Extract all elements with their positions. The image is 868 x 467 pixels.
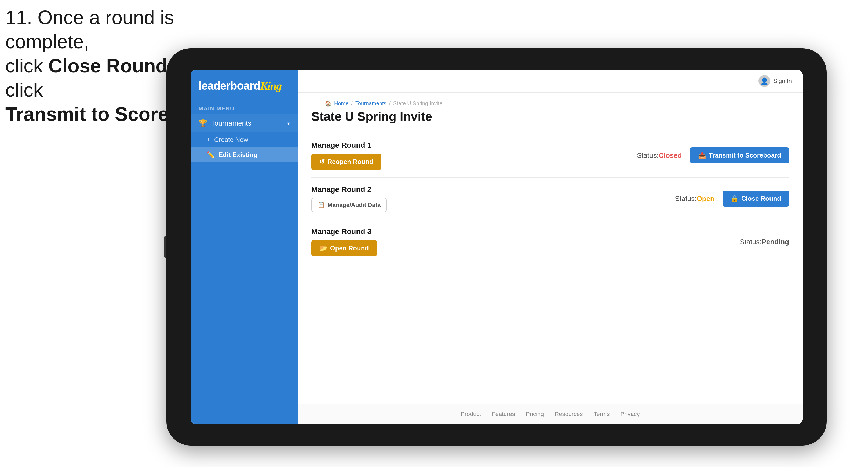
round-3-status-value: Pending [762, 238, 789, 246]
sidebar-logo: leaderboardKing [191, 70, 298, 99]
round-3-status: Status:Pending [740, 238, 789, 246]
round-3-title: Manage Round 3 [311, 227, 377, 236]
reopen-round-button[interactable]: ↺ Reopen Round [311, 154, 381, 170]
edit-icon: ✏️ [207, 151, 215, 159]
tablet-side-button [164, 236, 166, 258]
round-1-status: Status:Closed [637, 151, 682, 160]
plus-icon: + [207, 136, 210, 144]
footer-resources-link[interactable]: Resources [555, 411, 583, 417]
transmit-scoreboard-button[interactable]: 📤 Transmit to Scoreboard [690, 147, 789, 163]
breadcrumb-tournaments-link[interactable]: Tournaments [355, 100, 386, 106]
sidebar-item-create-new[interactable]: + Create New [191, 132, 298, 147]
transmit-icon: 📤 [698, 152, 706, 159]
sidebar-tournaments-label: Tournaments [211, 119, 251, 127]
footer-product-link[interactable]: Product [461, 411, 481, 417]
round-2-status-label: Status: [675, 195, 697, 203]
round-2-section: Manage Round 2 📋 Manage/Audit Data Statu… [311, 178, 789, 220]
sidebar: leaderboardKing MAIN MENU 🏆 Tournaments … [191, 70, 298, 424]
round-1-status-value: Closed [659, 151, 682, 159]
chevron-down-icon: ▾ [287, 120, 290, 127]
round-3-left: Manage Round 3 📂 Open Round [311, 227, 377, 256]
round-2-status: Status:Open [675, 195, 714, 203]
audit-icon: 📋 [317, 201, 325, 209]
trophy-icon: 🏆 [198, 119, 207, 127]
sidebar-item-edit-existing[interactable]: ✏️ Edit Existing [191, 147, 298, 162]
tablet-frame: leaderboardKing MAIN MENU 🏆 Tournaments … [166, 48, 827, 445]
lock-icon: 🔒 [731, 195, 739, 203]
manage-audit-button[interactable]: 📋 Manage/Audit Data [311, 198, 387, 212]
breadcrumb-home-link[interactable]: Home [334, 100, 348, 106]
round-1-title: Manage Round 1 [311, 141, 381, 150]
sidebar-item-tournaments[interactable]: 🏆 Tournaments ▾ [191, 114, 298, 132]
round-2-left: Manage Round 2 📋 Manage/Audit Data [311, 185, 387, 212]
logo-king: King [260, 80, 282, 92]
breadcrumb-sep1: / [351, 100, 353, 106]
sign-in-area[interactable]: 👤 Sign In [758, 75, 792, 87]
footer-privacy-link[interactable]: Privacy [620, 411, 640, 417]
breadcrumb: 🏠 Home / Tournaments / State U Spring In… [311, 95, 789, 109]
footer-pricing-link[interactable]: Pricing [526, 411, 544, 417]
round-3-section: Manage Round 3 📂 Open Round Status:Pendi… [311, 220, 789, 264]
open-round-label: Open Round [330, 245, 369, 252]
round-2-right: Status:Open 🔒 Close Round [675, 191, 789, 207]
open-round-button[interactable]: 📂 Open Round [311, 240, 377, 256]
logo: leaderboardKing [198, 80, 290, 92]
footer-features-link[interactable]: Features [492, 411, 515, 417]
transmit-scoreboard-label: Transmit to Scoreboard [709, 152, 781, 159]
close-round-label: Close Round [741, 195, 781, 203]
reopen-icon: ↺ [319, 158, 325, 165]
footer-terms-link[interactable]: Terms [594, 411, 610, 417]
round-3-status-label: Status: [740, 238, 762, 246]
close-round-button[interactable]: 🔒 Close Round [722, 191, 789, 207]
round-1-section: Manage Round 1 ↺ Reopen Round Status:Clo… [311, 133, 789, 178]
top-nav: 👤 Sign In [298, 70, 803, 93]
round-2-title: Manage Round 2 [311, 185, 387, 194]
footer: Product Features Pricing Resources Terms… [298, 404, 803, 424]
main-content: 👤 Sign In 🏠 Home / Tournaments / State U… [298, 70, 803, 424]
breadcrumb-home-icon: 🏠 [325, 100, 332, 106]
avatar-icon: 👤 [758, 75, 770, 87]
main-menu-label: MAIN MENU [191, 99, 298, 114]
manage-audit-label: Manage/Audit Data [328, 201, 380, 209]
open-icon: 📂 [319, 245, 328, 252]
round-1-right: Status:Closed 📤 Transmit to Scoreboard [637, 147, 789, 163]
reopen-round-label: Reopen Round [328, 158, 373, 165]
breadcrumb-sep2: / [389, 100, 391, 106]
page-content: 🏠 Home / Tournaments / State U Spring In… [298, 93, 803, 404]
round-1-left: Manage Round 1 ↺ Reopen Round [311, 141, 381, 170]
sign-in-label[interactable]: Sign In [774, 77, 792, 85]
page-title: State U Spring Invite [311, 109, 789, 124]
breadcrumb-current: State U Spring Invite [393, 100, 442, 106]
round-1-status-label: Status: [637, 151, 659, 159]
round-3-right: Status:Pending [740, 238, 789, 246]
edit-existing-label: Edit Existing [218, 151, 257, 159]
round-2-status-value: Open [697, 195, 714, 203]
tablet-screen: leaderboardKing MAIN MENU 🏆 Tournaments … [191, 70, 803, 424]
create-new-label: Create New [214, 136, 248, 144]
